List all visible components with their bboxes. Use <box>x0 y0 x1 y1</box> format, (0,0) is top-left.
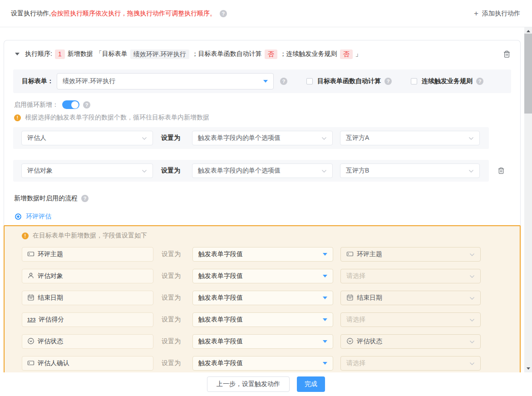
set-as-label: 设置为 <box>162 337 181 346</box>
chevron-down-icon <box>469 294 475 302</box>
trigger-rule-label: 连续触发业务规则 <box>422 77 473 85</box>
previous-step-button[interactable]: 上一步，设置触发动作 <box>207 376 290 392</box>
loop-value-select[interactable]: 互评方B <box>340 163 480 178</box>
source-field-value: 评估状态 <box>357 337 382 346</box>
value-source-select[interactable]: 触发表单字段值 <box>192 269 333 283</box>
help-icon[interactable]: ? <box>384 78 392 85</box>
flow-section-label: 新增数据时启用的流程 <box>14 194 78 203</box>
source-field-select[interactable]: 结束日期 <box>340 291 481 305</box>
calendar-icon <box>27 294 34 302</box>
target-field-box: 评估状态 <box>22 334 153 349</box>
field-mapping-row: 评估状态 设置为 触发表单字段值 评估状态 <box>22 334 502 349</box>
flow-radio-label[interactable]: 环评评估 <box>26 213 51 221</box>
value-source-select[interactable]: 触发表单字段值 <box>192 291 333 305</box>
summary-rule-badge: 否 <box>340 50 353 59</box>
dropdown-triangle-icon <box>323 362 327 365</box>
warning-icon: ! <box>14 114 21 121</box>
source-field-select[interactable]: 评估状态 <box>340 334 481 349</box>
source-field-select[interactable]: 请选择 <box>340 356 481 371</box>
loop-source-value: 触发表单字段内的单个选项值 <box>198 167 281 175</box>
help-icon[interactable]: ? <box>81 195 89 202</box>
loop-source-select[interactable]: 触发表单字段内的单个选项值 <box>192 163 333 178</box>
source-field-value: 结束日期 <box>357 294 382 302</box>
loop-source-select[interactable]: 触发表单字段内的单个选项值 <box>192 131 333 145</box>
text-field-icon <box>27 359 34 368</box>
value-source-select[interactable]: 触发表单字段值 <box>192 247 333 262</box>
person-icon <box>27 272 34 281</box>
triangle-down-icon <box>527 367 530 370</box>
target-field-box: 评估对象 <box>22 269 153 283</box>
loop-toggle-switch[interactable] <box>62 100 79 109</box>
loop-value: 互评方A <box>346 134 369 142</box>
value-source-value: 触发表单字段值 <box>198 250 243 258</box>
source-field-placeholder: 请选择 <box>346 359 365 367</box>
target-field-box: 123 评估得分 <box>22 312 153 327</box>
source-field-select[interactable]: 请选择 <box>340 312 481 327</box>
source-field-select[interactable]: 请选择 <box>340 269 481 283</box>
chevron-down-icon <box>469 360 475 367</box>
delete-loop-row-button[interactable] <box>497 167 505 175</box>
loop-hint-row: ! 根据选择的触发表单字段的数据个数，循环往目标表单内新增数据 <box>13 114 511 122</box>
dropdown-triangle-icon <box>323 340 327 343</box>
value-source-select[interactable]: 触发表单字段值 <box>192 356 333 371</box>
source-field-select[interactable]: 环评主题 <box>340 247 481 262</box>
triangle-up-icon <box>527 30 530 32</box>
loop-value: 互评方B <box>346 167 369 175</box>
loop-field-select[interactable]: 评估人 <box>21 131 153 145</box>
auto-calc-label: 目标表单函数自动计算 <box>317 77 381 85</box>
loop-source-value: 触发表单字段内的单个选项值 <box>198 134 281 142</box>
source-field-placeholder: 请选择 <box>346 316 365 324</box>
value-source-select[interactable]: 触发表单字段值 <box>192 334 333 349</box>
target-field-label: 结束日期 <box>38 294 63 302</box>
loop-hint-text: 根据选择的触发表单字段的数据个数，循环往目标表单内新增数据 <box>25 114 209 122</box>
chevron-down-icon <box>321 167 327 174</box>
order-number-badge: 1 <box>55 50 65 59</box>
target-form-label: 目标表单： <box>22 77 54 85</box>
value-source-select[interactable]: 触发表单字段值 <box>192 312 333 327</box>
target-field-label: 评估状态 <box>38 337 63 346</box>
loop-value-select[interactable]: 互评方A <box>340 131 480 145</box>
help-icon[interactable]: ? <box>476 78 483 85</box>
summary-calc-badge: 否 <box>265 50 277 59</box>
target-form-select[interactable]: 绩效环评.环评执行 <box>57 73 274 89</box>
loop-field-select[interactable]: 评估对象 <box>21 163 153 178</box>
vertical-scrollbar[interactable] <box>524 27 532 372</box>
auto-calc-checkbox[interactable] <box>306 78 313 84</box>
trigger-rule-checkbox[interactable] <box>411 78 417 84</box>
chevron-down-icon <box>142 134 147 142</box>
scrollbar-thumb[interactable] <box>524 34 532 114</box>
scrollbar-down-arrow[interactable] <box>524 365 532 372</box>
value-source-value: 触发表单字段值 <box>198 272 243 280</box>
trash-icon <box>497 167 505 175</box>
help-icon[interactable]: ? <box>280 78 287 85</box>
loop-toggle-label: 启用循环新增： <box>14 101 59 109</box>
bracket-close: 」 <box>355 50 362 58</box>
value-source-value: 触发表单字段值 <box>198 316 243 324</box>
add-action-button[interactable]: + 添加执行动作 <box>474 10 520 18</box>
set-as-label: 设置为 <box>162 294 181 302</box>
top-bar: 设置执行动作, 会按照执行顺序依次执行，拖拽执行动作可调整执行顺序。 ? + 添… <box>0 0 532 27</box>
action-type-label: 新增数据 <box>68 50 93 58</box>
loop-field-value: 评估人 <box>27 134 46 142</box>
value-source-value: 触发表单字段值 <box>198 294 243 302</box>
dropdown-triangle-icon <box>263 80 268 83</box>
loop-field-value: 评估对象 <box>27 167 53 175</box>
field-mapping-row: 结束日期 设置为 触发表单字段值 结束日期 <box>22 291 502 305</box>
set-as-label: 设置为 <box>161 134 180 142</box>
warning-icon: ! <box>22 233 29 239</box>
target-field-box: 环评主题 <box>22 247 153 262</box>
chevron-down-icon <box>469 272 475 280</box>
set-as-label: 设置为 <box>162 250 181 258</box>
field-mapping-row: 评估对象 设置为 触发表单字段值 请选择 <box>22 269 502 283</box>
flow-radio-selected[interactable] <box>15 213 21 220</box>
help-icon[interactable]: ? <box>83 101 90 109</box>
footer-bar: 上一步，设置触发动作 完成 <box>0 372 532 396</box>
collapse-caret-icon[interactable] <box>15 53 20 55</box>
mapping-hint-row: ! 在目标表单中新增数据，字段值设置如下 <box>22 232 502 240</box>
help-icon[interactable]: ? <box>220 10 227 17</box>
target-field-box: 结束日期 <box>22 291 153 305</box>
done-button[interactable]: 完成 <box>297 376 325 392</box>
delete-action-button[interactable] <box>502 50 511 59</box>
summary-rule-label: ；连续触发业务规则 <box>280 50 337 58</box>
field-mapping-section: ! 在目标表单中新增数据，字段值设置如下 环评主题 设置为 触发表单字段值 <box>4 225 521 372</box>
